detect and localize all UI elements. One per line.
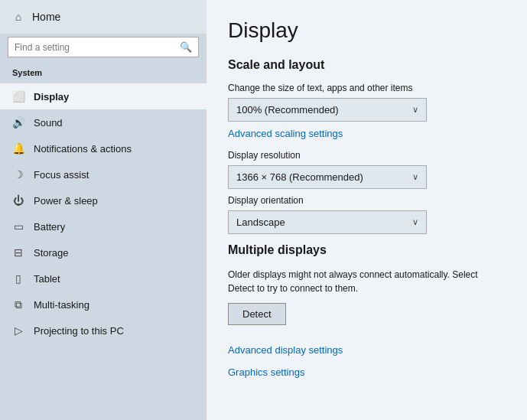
search-box[interactable]: 🔍 [8, 37, 199, 57]
sound-icon: 🔊 [12, 116, 24, 129]
orientation-dropdown[interactable]: Landscape ∨ [228, 210, 427, 234]
sidebar-item-sound[interactable]: 🔊 Sound [0, 109, 207, 135]
scale-dropdown[interactable]: 100% (Recommended) ∨ [228, 98, 427, 122]
advanced-scaling-link[interactable]: Advanced scaling settings [228, 128, 343, 139]
resolution-label: Display resolution [228, 150, 506, 161]
sidebar-item-multitasking[interactable]: ⧉ Multi-tasking [0, 291, 207, 317]
search-input[interactable] [15, 42, 175, 53]
resolution-dropdown-value: 1366 × 768 (Recommended) [236, 171, 363, 183]
resolution-dropdown-chevron: ∨ [412, 172, 418, 182]
sidebar-item-label: Multi-tasking [34, 299, 89, 311]
sidebar-item-label: Notifications & actions [34, 143, 132, 155]
sidebar-item-power[interactable]: ⏻ Power & sleep [0, 187, 207, 213]
sidebar-item-notifications[interactable]: 🔔 Notifications & actions [0, 135, 207, 161]
scale-section-title: Scale and layout [228, 58, 506, 72]
home-button[interactable]: ⌂ Home [0, 0, 207, 34]
detect-button[interactable]: Detect [228, 303, 286, 325]
multiple-displays-section: Multiple displays Older displays might n… [228, 243, 506, 389]
resolution-dropdown[interactable]: 1366 × 768 (Recommended) ∨ [228, 165, 427, 189]
home-icon: ⌂ [12, 11, 24, 23]
notifications-icon: 🔔 [12, 142, 24, 155]
sidebar-item-projecting[interactable]: ▷ Projecting to this PC [0, 317, 207, 343]
sidebar-item-label: Power & sleep [34, 195, 98, 207]
orientation-dropdown-chevron: ∨ [412, 217, 418, 227]
sidebar-item-display[interactable]: ⬜ Display [0, 83, 207, 109]
search-icon: 🔍 [180, 41, 192, 53]
home-label: Home [32, 11, 60, 23]
multiple-displays-desc: Older displays might not always connect … [228, 268, 506, 295]
storage-icon: ⊟ [12, 246, 24, 259]
multiple-displays-title: Multiple displays [228, 243, 506, 257]
sidebar-item-label: Storage [34, 247, 69, 259]
tablet-icon: ▯ [12, 272, 24, 285]
projecting-icon: ▷ [12, 324, 24, 337]
sidebar-item-focus[interactable]: ☽ Focus assist [0, 161, 207, 187]
scale-field-label: Change the size of text, apps and other … [228, 83, 506, 93]
sidebar-item-battery[interactable]: ▭ Battery [0, 213, 207, 239]
power-icon: ⏻ [12, 194, 24, 207]
sidebar: ⌂ Home 🔍 System ⬜ Display 🔊 Sound 🔔 Noti… [0, 0, 207, 420]
display-icon: ⬜ [12, 90, 24, 103]
orientation-dropdown-value: Landscape [236, 217, 285, 228]
sidebar-item-label: Focus assist [34, 169, 89, 181]
focus-icon: ☽ [12, 168, 24, 181]
advanced-display-link[interactable]: Advanced display settings [228, 344, 343, 356]
sidebar-item-label: Battery [34, 221, 65, 233]
system-section-label: System [0, 63, 207, 82]
graphics-settings-link[interactable]: Graphics settings [228, 366, 304, 378]
main-content: Display Scale and layout Change the size… [207, 0, 527, 420]
sidebar-item-label: Sound [34, 117, 63, 129]
sidebar-item-label: Tablet [34, 273, 60, 285]
scale-dropdown-value: 100% (Recommended) [236, 104, 339, 116]
battery-icon: ▭ [12, 220, 24, 233]
page-title: Display [228, 18, 506, 43]
orientation-label: Display orientation [228, 195, 506, 206]
scale-dropdown-chevron: ∨ [412, 105, 418, 115]
multitasking-icon: ⧉ [12, 298, 24, 311]
scale-layout-section: Scale and layout Change the size of text… [228, 58, 506, 234]
sidebar-item-tablet[interactable]: ▯ Tablet [0, 265, 207, 291]
sidebar-item-label: Display [34, 91, 69, 103]
sidebar-item-storage[interactable]: ⊟ Storage [0, 239, 207, 265]
sidebar-item-label: Projecting to this PC [34, 325, 124, 337]
